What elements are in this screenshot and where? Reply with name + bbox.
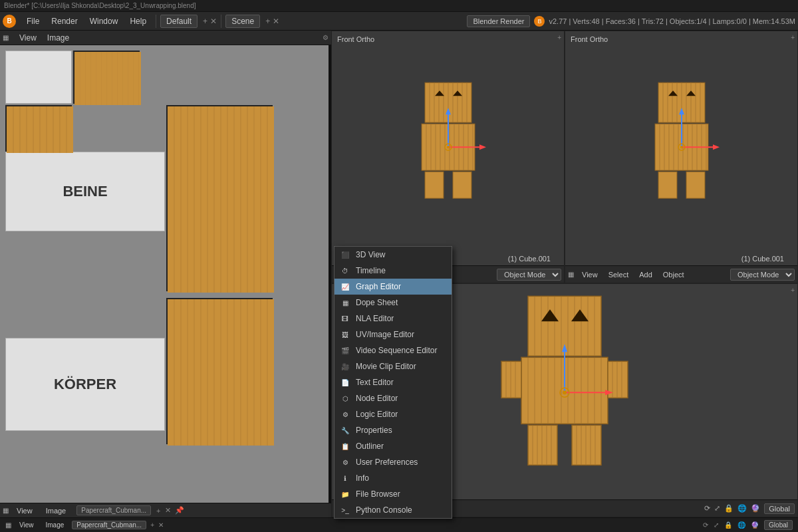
- viewport-tr-corner[interactable]: +: [791, 34, 795, 41]
- status-global[interactable]: Global: [764, 520, 793, 530]
- vp-bt-toolbar-right: ⟳ ⤢ 🔒 🌐 🔮 Global: [704, 503, 795, 514]
- object-mode-selector-tr[interactable]: Object Mode: [730, 269, 795, 281]
- blender-version-icon: B: [534, 16, 545, 27]
- viewport-top-left[interactable]: Front Ortho + +: [331, 31, 565, 283]
- node-icon: ⬡: [340, 393, 350, 404]
- uv-canvas: BEINE: [0, 45, 331, 503]
- render-engine-selector[interactable]: Blender Render: [467, 15, 530, 27]
- menu-item-text-editor[interactable]: 📄 Text Editor: [334, 374, 452, 390]
- menu-item-nla-label: NLA Editor: [356, 314, 394, 323]
- menu-render[interactable]: Render: [46, 15, 82, 27]
- robot-character-tl: [405, 76, 491, 211]
- menu-item-info-label: Info: [356, 473, 369, 483]
- tab-pin-icon[interactable]: 📌: [175, 506, 184, 515]
- menu-item-python-console[interactable]: >_ Python Console: [334, 502, 452, 518]
- uv-view-menu[interactable]: View: [14, 32, 42, 44]
- scene-selector[interactable]: Scene: [225, 15, 260, 28]
- python-icon: >_: [340, 505, 350, 515]
- menu-item-info[interactable]: ℹ Info: [334, 470, 452, 486]
- status-plus[interactable]: +: [150, 521, 154, 529]
- nla-icon: 🎞: [340, 313, 350, 324]
- viewport-top-right[interactable]: Front Ortho +: [565, 31, 798, 283]
- tab-label: Papercraft_Cubman...: [81, 507, 146, 514]
- uv-bottom-view[interactable]: View: [11, 505, 38, 516]
- viewport-icon-2[interactable]: ⤢: [714, 504, 720, 513]
- top-menu-bar: B File Render Window Help Default + ✕ Sc…: [0, 12, 798, 31]
- menu-item-logic-editor[interactable]: ⚙ Logic Editor: [334, 406, 452, 422]
- viewport-icon-3[interactable]: 🔒: [724, 504, 733, 513]
- workspace-selector[interactable]: Default: [160, 15, 198, 28]
- menu-item-properties[interactable]: 🔧 Properties: [334, 422, 452, 438]
- menu-item-3dview-label: 3D View: [356, 250, 385, 259]
- close-icon[interactable]: ✕: [210, 17, 217, 26]
- plus-icon[interactable]: +: [203, 17, 207, 26]
- menu-item-dope-label: Dope Sheet: [356, 298, 398, 307]
- menu-item-timeline[interactable]: ⏱ Timeline: [334, 263, 452, 279]
- viewport-bottom-corner[interactable]: +: [791, 287, 795, 294]
- menu-item-movie-clip[interactable]: 🎥 Movie Clip Editor: [334, 358, 452, 374]
- svg-point-160: [563, 390, 567, 394]
- status-close[interactable]: ✕: [158, 521, 164, 529]
- scene-plus-icon[interactable]: +: [265, 17, 270, 26]
- status-icon-3: 🔒: [724, 521, 732, 529]
- status-view[interactable]: View: [15, 520, 38, 530]
- robot-character-bottom: [498, 289, 631, 491]
- menu-item-user-prefs[interactable]: ⚙ User Preferences: [334, 454, 452, 470]
- vp-tr-add[interactable]: Add: [635, 269, 656, 280]
- viewport-icon-5[interactable]: 🔮: [751, 504, 760, 513]
- viewport-icon-4[interactable]: 🌐: [737, 504, 747, 513]
- tab-name[interactable]: Papercraft_Cubman...: [76, 505, 151, 515]
- menu-item-dope-sheet[interactable]: ▦ Dope Sheet: [334, 295, 452, 311]
- status-tab-label: Papercraft_Cubman...: [76, 521, 142, 529]
- tab-close-icon[interactable]: ✕: [165, 506, 171, 515]
- svg-marker-74: [479, 144, 486, 150]
- uv-image-menu[interactable]: Image: [42, 32, 74, 44]
- menu-item-python-label: Python Console: [356, 505, 412, 515]
- uv-bottom-image[interactable]: Image: [41, 505, 72, 516]
- file-icon: 📁: [340, 489, 350, 499]
- menu-item-file-browser[interactable]: 📁 File Browser: [334, 486, 452, 502]
- menu-item-graph-editor[interactable]: 📈 Graph Editor: [334, 279, 452, 295]
- status-tab[interactable]: Papercraft_Cubman...: [72, 521, 146, 529]
- robot-character-tr: [638, 76, 725, 211]
- object-mode-selector[interactable]: Object Mode: [497, 269, 561, 281]
- uv-top-toolbar: ▦ View Image ⚙: [0, 31, 331, 45]
- svg-marker-106: [713, 144, 720, 150]
- viewport-icon-1[interactable]: ⟳: [704, 504, 710, 513]
- viewport-tl-corner[interactable]: +: [557, 34, 561, 41]
- stats-text: v2.77 | Verts:48 | Faces:36 | Tris:72 | …: [549, 17, 795, 25]
- menu-help[interactable]: Help: [124, 15, 152, 27]
- status-icon-5: 🔮: [751, 521, 759, 529]
- vp-tr-view[interactable]: View: [578, 269, 602, 280]
- menu-item-video-seq[interactable]: 🎬 Video Sequence Editor: [334, 342, 452, 358]
- menu-item-uv-editor[interactable]: 🖼 UV/Image Editor: [334, 327, 452, 342]
- status-icon-1: ⟳: [703, 521, 708, 529]
- video-icon: 🎬: [340, 345, 350, 356]
- scene-close-icon[interactable]: ✕: [273, 17, 279, 26]
- menu-item-outliner[interactable]: 📋 Outliner: [334, 438, 452, 454]
- top-bar-right: Blender Render B v2.77 | Verts:48 | Face…: [467, 15, 795, 27]
- uv-settings-icon[interactable]: ⚙: [323, 34, 329, 41]
- svg-rect-70: [453, 172, 471, 198]
- menu-item-node-editor[interactable]: ⬡ Node Editor: [334, 390, 452, 406]
- blender-logo: B: [3, 15, 16, 28]
- menu-file[interactable]: File: [21, 15, 45, 27]
- svg-rect-102: [686, 172, 705, 198]
- menu-window[interactable]: Window: [84, 15, 124, 27]
- vp-tr-select[interactable]: Select: [604, 269, 633, 280]
- status-image[interactable]: Image: [42, 520, 68, 530]
- props-icon: 🔧: [340, 425, 350, 436]
- menu-item-3dview[interactable]: ⬛ 3D View: [334, 247, 452, 263]
- svg-rect-2: [74, 52, 141, 105]
- menu-item-graph-label: Graph Editor: [356, 282, 401, 291]
- menu-item-nla-editor[interactable]: 🎞 NLA Editor: [334, 311, 452, 327]
- viewport-tr-icon: ▦: [568, 271, 574, 278]
- vp-tr-object[interactable]: Object: [659, 269, 688, 280]
- menu-item-props-label: Properties: [356, 426, 392, 435]
- svg-point-76: [447, 146, 450, 148]
- uv-toolbar-right: ⚙: [323, 34, 329, 41]
- global-label[interactable]: Global: [764, 503, 795, 514]
- uv-editor-panel: ▦ View Image ⚙: [0, 31, 331, 517]
- tab-add-icon[interactable]: +: [156, 507, 160, 515]
- menu-item-logic-label: Logic Editor: [356, 410, 398, 419]
